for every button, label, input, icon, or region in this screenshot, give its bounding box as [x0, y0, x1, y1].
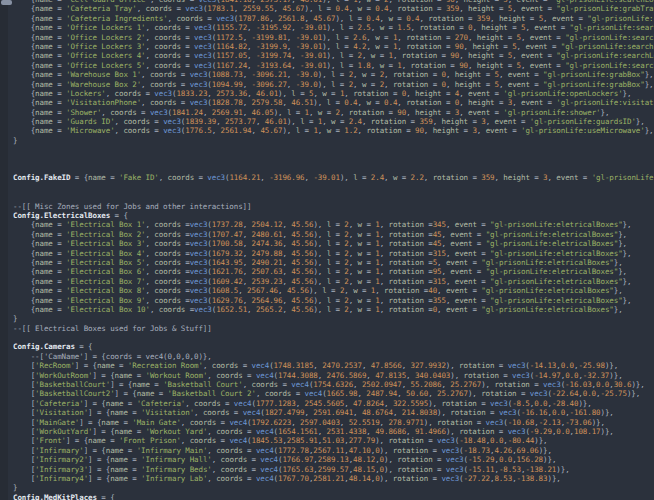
code-line: {name = 'Office Lockers 1', coords = vec… — [13, 23, 654, 32]
code-line: {name = 'Office Lockers 4', coords = vec… — [13, 51, 654, 60]
code-line: ['Cafeteria'] = {name = 'Cafeteria', coo… — [13, 399, 654, 408]
code-line — [13, 183, 654, 192]
code-line: ['Front'] = {name = 'Front Prison', coor… — [13, 436, 654, 445]
code-line: {name = 'Office Lockers 3', coords = vec… — [13, 42, 654, 51]
code-line: {name = 'Electrical Box 1', coords =vec3… — [13, 220, 654, 229]
code-line — [13, 333, 654, 342]
code-line: {name = 'Warehouse Box 2', coords = vec3… — [13, 80, 654, 89]
code-line: Config.FakeID = {name = 'Fake ID', coord… — [13, 173, 654, 182]
code-line: ['Visitation'] = {name = 'Visitation', c… — [13, 408, 654, 417]
code-line: ['MainGate'] = {name = 'Main Gate', coor… — [13, 418, 654, 427]
code-line: {name = 'Warehouse Box 1', coords = vec3… — [13, 70, 654, 79]
code-line — [13, 145, 654, 154]
code-line — [13, 164, 654, 173]
code-line: ['BasketballCourt2'] = {name = 'Basketba… — [13, 389, 654, 398]
code-line: {name = 'Electrical Box 4', coords =vec3… — [13, 249, 654, 258]
code-line: ['Infirmary'] = {name = 'Infirmary Main'… — [13, 446, 654, 455]
code-line — [13, 192, 654, 201]
code-line: Config.MedKitPlaces = { — [13, 493, 654, 500]
code-line: {name = 'Electrical Box 2', coords =vec3… — [13, 230, 654, 239]
code-line: ['RecRoom'] = {name = 'Recreation Room',… — [13, 361, 654, 370]
code-line: Config.Cameras = { — [13, 342, 654, 351]
code-line: {name = 'Electrical Box 5', coords =vec3… — [13, 258, 654, 267]
code-line: {name = 'Guards ID', coords = vec3(1839.… — [13, 117, 654, 126]
code-line: {name = 'Microwave', coords = vec3(1776.… — [13, 126, 654, 135]
code-block: {name = 'Cell Guard Office', coords = ve… — [0, 0, 654, 500]
code-line: {name = 'Electrical Box 9', coords =vec3… — [13, 296, 654, 305]
code-line: ['WorkOutYard'] = {name = 'Workout Yard'… — [13, 427, 654, 436]
code-line: Config.ElectricalBoxes = { — [13, 211, 654, 220]
code-line: ['Infirmary4'] = {name = 'Infirmary Lab'… — [13, 474, 654, 483]
code-line: --['CamName'] = {coords = vec4(0,0,0,0)}… — [13, 352, 654, 361]
code-line: } — [13, 136, 654, 145]
code-line: {name = 'Cafeteria Ingredients', coords … — [13, 14, 654, 23]
scrollbar-thumb[interactable] — [1, 0, 12, 5]
code-line: } — [13, 314, 654, 323]
code-line — [13, 155, 654, 164]
code-line: ['Infirmary2'] = {name = 'Infirmary Hall… — [13, 455, 654, 464]
code-line: {name = 'Electrical Box 10', coords =vec… — [13, 305, 654, 314]
code-line: ['WorkOutRoom'] = {name = 'Workout Room'… — [13, 371, 654, 380]
code-line: --[[ Misc Zones used for Jobs and other … — [13, 202, 654, 211]
code-line: {name = 'Shower', coords = vec3(1841.24,… — [13, 108, 654, 117]
code-line: {name = 'Electrical Box 7', coords =vec3… — [13, 277, 654, 286]
code-line: ['Infirmary3'] = {name = 'Infirmary Beds… — [13, 465, 654, 474]
code-line: {name = 'Electrical Box 6', coords =vec3… — [13, 267, 654, 276]
code-line: ['BasketballCourt'] = {name = 'Basketbal… — [13, 380, 654, 389]
code-line: } — [13, 483, 654, 492]
code-line: --[[ Electrical Boxes used for Jobs & St… — [13, 324, 654, 333]
code-line: {name = 'VisitationPhone', coords = vec3… — [13, 98, 654, 107]
code-line: {name = 'Office Lockers 5', coords = vec… — [13, 61, 654, 70]
code-area: {name = 'Cell Guard Office', coords = ve… — [13, 0, 654, 500]
code-line: {name = 'Lockers', coords = vec3(1833.23… — [13, 89, 654, 98]
code-line: {name = 'Office Lockers 2', coords = vec… — [13, 33, 654, 42]
gutter-strip — [0, 0, 8, 500]
code-line: {name = 'Cafeteria Tray', coords = vec3(… — [13, 4, 654, 13]
code-line: {name = 'Electrical Box 8', coords =vec3… — [13, 286, 654, 295]
code-line: {name = 'Electrical Box 3', coords =vec3… — [13, 239, 654, 248]
